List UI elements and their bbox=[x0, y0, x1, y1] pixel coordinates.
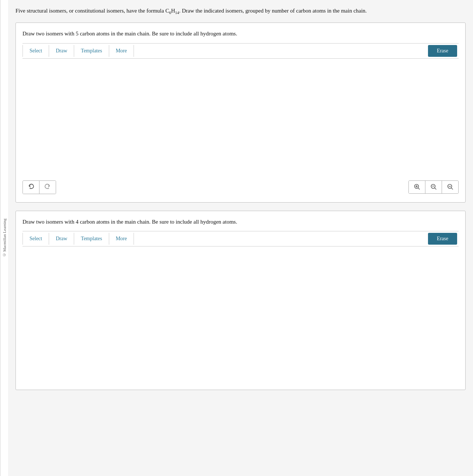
panel-1-zoom-group bbox=[408, 180, 459, 194]
main-content: Five structural isomers, or constitution… bbox=[8, 0, 473, 476]
svg-line-3 bbox=[418, 188, 420, 190]
intro-h-subscript: 14 bbox=[175, 10, 179, 15]
panel-1-question: Draw two isomers with 5 carbon atoms in … bbox=[23, 30, 459, 38]
panel-2-more-button[interactable]: More bbox=[109, 233, 134, 245]
panel-2-templates-button[interactable]: Templates bbox=[74, 233, 109, 245]
panel-1-draw-button[interactable]: Draw bbox=[49, 45, 74, 57]
panel-1-zoom-out-button[interactable] bbox=[442, 181, 458, 193]
sidebar-label-text: © Macmillan Learning bbox=[2, 219, 7, 258]
intro-text-after: . Draw the indicated isomers, grouped by… bbox=[179, 8, 367, 14]
intro-paragraph: Five structural isomers, or constitution… bbox=[15, 7, 466, 16]
panel-2-select-button[interactable]: Select bbox=[23, 233, 49, 245]
panel-1-toolbar: Select Draw Templates More Erase bbox=[23, 43, 459, 59]
panel-1-drawing-area[interactable] bbox=[23, 59, 459, 177]
panel-1-erase-button[interactable]: Erase bbox=[428, 45, 457, 57]
intro-text-before: Five structural isomers, or constitution… bbox=[15, 8, 169, 14]
panel-1-zoom-reset-button[interactable] bbox=[425, 181, 442, 193]
panel-1-redo-button[interactable] bbox=[39, 181, 56, 194]
panel-2-draw-button[interactable]: Draw bbox=[49, 233, 74, 245]
panel-2: Draw two isomers with 4 carbon atoms in … bbox=[15, 211, 466, 390]
panel-2-erase-button[interactable]: Erase bbox=[428, 233, 457, 245]
sidebar-copyright: © Macmillan Learning bbox=[0, 0, 8, 476]
panel-1-templates-button[interactable]: Templates bbox=[74, 45, 109, 57]
svg-line-5 bbox=[435, 188, 436, 190]
page-wrapper: © Macmillan Learning Five structural iso… bbox=[0, 0, 473, 476]
svg-line-8 bbox=[452, 188, 453, 190]
panel-1-undo-redo-group bbox=[23, 180, 56, 194]
panel-1-zoom-in-button[interactable] bbox=[409, 181, 425, 193]
panel-1-select-button[interactable]: Select bbox=[23, 45, 49, 57]
panel-2-drawing-area[interactable] bbox=[23, 246, 459, 383]
panel-1-undo-button[interactable] bbox=[23, 181, 39, 194]
svg-point-4 bbox=[431, 184, 435, 189]
panel-2-toolbar: Select Draw Templates More Erase bbox=[23, 231, 459, 246]
panel-1: Draw two isomers with 5 carbon atoms in … bbox=[15, 23, 466, 203]
intro-h: H bbox=[171, 8, 175, 14]
panel-1-more-button[interactable]: More bbox=[109, 45, 134, 57]
panel-1-controls bbox=[23, 177, 459, 196]
panel-2-question: Draw two isomers with 4 carbon atoms in … bbox=[23, 218, 459, 226]
